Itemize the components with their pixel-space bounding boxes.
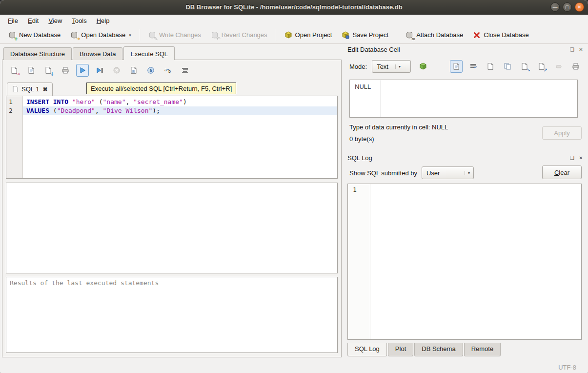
menu-tools[interactable]: Tools [67,16,91,26]
mode-combobox[interactable]: Text ▾ [372,60,411,73]
edit-cell-toolbar: Mode: Text ▾ [349,59,582,74]
mode-label: Mode: [349,63,367,70]
sql-editor-code[interactable]: INSERT INTO "hero" ("name", "secret_name… [23,96,337,178]
set-null-button [552,60,565,73]
copy-icon [504,62,511,70]
tab-remote[interactable]: Remote [464,343,501,356]
print-cell-button[interactable] [569,60,582,73]
clear-button[interactable]: Clear [542,166,582,179]
sql-editor[interactable]: 12 INSERT INTO "hero" ("name", "secret_n… [6,96,338,179]
save-project-icon [342,31,349,39]
print-cell-icon [572,62,580,70]
tab-db-schema[interactable]: DB Schema [414,343,463,356]
execution-status-text: Results of the last executed statements [10,279,159,287]
execute-sql-panel: ↪ ↓ [2,60,342,357]
dock-close-icon[interactable]: ✕ [578,155,584,161]
open-database-icon: ➜ [70,31,78,39]
new-database-button[interactable]: + New Database [4,29,65,41]
close-database-button[interactable]: Close Database [468,29,533,41]
open-database-button[interactable]: ➜ Open Database ▾ [66,29,136,41]
cell-value: NULL [355,83,371,90]
main-tab-bar: Database Structure Browse Data Execute S… [2,46,342,60]
export-cell-button[interactable]: ↗ [535,60,548,73]
execute-current-line-icon [96,66,103,74]
revert-changes-icon: ↶ [211,31,219,39]
open-project-icon [284,31,292,39]
sql-tab-close-icon[interactable]: ✖ [42,86,47,93]
log-line-number: 1 [353,186,357,193]
right-pane: Edit Database Cell ❏ ✕ Mode: Text ▾ [344,44,586,361]
write-changes-icon: ✎ [148,31,156,39]
menu-view[interactable]: View [43,16,67,26]
save-sql-file-as-icon: ↓ [44,66,52,74]
import-cell-button[interactable]: ↘ [518,60,531,73]
minimize-button[interactable]: — [550,2,560,12]
tab-browse-data[interactable]: Browse Data [73,47,122,60]
cell-editor[interactable]: NULL [349,80,578,118]
word-wrap-cell-icon [469,62,477,70]
execute-all-button[interactable] [76,64,89,77]
auto-switch-mode-icon [419,62,427,70]
auto-switch-mode-button[interactable] [417,60,429,73]
sql-editor-toolbar: ↪ ↓ [6,63,338,78]
sql-log-gutter: 1 [348,184,370,339]
toolbar-separator [397,29,397,41]
execute-current-line-button[interactable] [93,64,106,77]
export-results-icon [130,66,138,74]
undock-icon[interactable]: ❏ [569,46,575,53]
save-sql-file-button[interactable] [25,64,38,77]
format-sql-button[interactable] [179,64,191,77]
print-sql-button[interactable] [59,64,72,77]
format-sql-icon [181,66,189,74]
save-sql-file-as-button[interactable]: ↓ [42,64,55,77]
filter-label: Show SQL submitted by [349,169,417,177]
sql-tab-label: SQL 1 [21,85,39,93]
sql-document-icon [12,86,18,92]
chevron-down-icon: ▾ [465,171,470,175]
text-view-button[interactable] [450,60,463,73]
edit-cell-title: Edit Database Cell [347,46,400,53]
cell-size-info: 0 byte(s) [349,135,374,143]
sql-tab[interactable]: SQL 1 ✖ [7,83,53,96]
tab-sql-log[interactable]: SQL Log [347,343,387,356]
attach-database-icon: ∞ [406,31,413,39]
window-controls: — ▢ ✕ [550,2,584,12]
word-wrap-cell-button[interactable] [467,60,480,73]
save-project-button[interactable]: Save Project [337,29,393,41]
open-sql-file-icon: ↪ [10,66,18,74]
edit-cell-header: Edit Database Cell ❏ ✕ [347,44,584,54]
text-view-icon [452,62,460,70]
maximize-button[interactable]: ▢ [563,2,572,12]
find-replace-button[interactable]: a [144,64,157,77]
undock-icon[interactable]: ❏ [569,155,575,161]
attach-database-button[interactable]: ∞ Attach Database [401,29,467,41]
menu-edit[interactable]: Edit [23,16,43,26]
stop-execution-button [110,64,123,77]
status-bar: UTF-8 [0,361,588,373]
tab-database-structure[interactable]: Database Structure [3,47,72,60]
open-project-button[interactable]: Open Project [280,29,337,41]
export-results-button[interactable] [127,64,140,77]
tooltip: Execute all/selected SQL [Ctrl+Return, F… [86,83,236,94]
results-grid [6,183,338,273]
open-database-dropdown-icon[interactable]: ▾ [129,33,131,38]
close-button[interactable]: ✕ [575,2,584,12]
execution-status-box: Results of the last executed statements [6,277,338,353]
write-changes-button: ✎ Write Changes [144,29,205,41]
copy-button[interactable] [501,60,514,73]
word-wrap-button[interactable]: ab [162,64,174,77]
tab-plot[interactable]: Plot [388,343,413,356]
stop-icon [113,66,121,74]
menu-help[interactable]: Help [92,16,115,26]
menu-file[interactable]: File [3,16,23,26]
open-sql-file-button[interactable]: ↪ [8,64,20,77]
menu-bar: File Edit View Tools Help [0,15,588,26]
submitted-by-combobox[interactable]: User ▾ [422,166,474,179]
dock-close-icon[interactable]: ✕ [578,46,584,53]
json-view-button[interactable] [484,60,497,73]
import-cell-icon: ↘ [521,62,528,70]
title-bar: DB Browser for SQLite - /home/user/code/… [0,0,588,15]
tab-execute-sql[interactable]: Execute SQL [123,46,175,60]
execute-all-icon [79,66,86,74]
json-view-icon [487,62,494,70]
